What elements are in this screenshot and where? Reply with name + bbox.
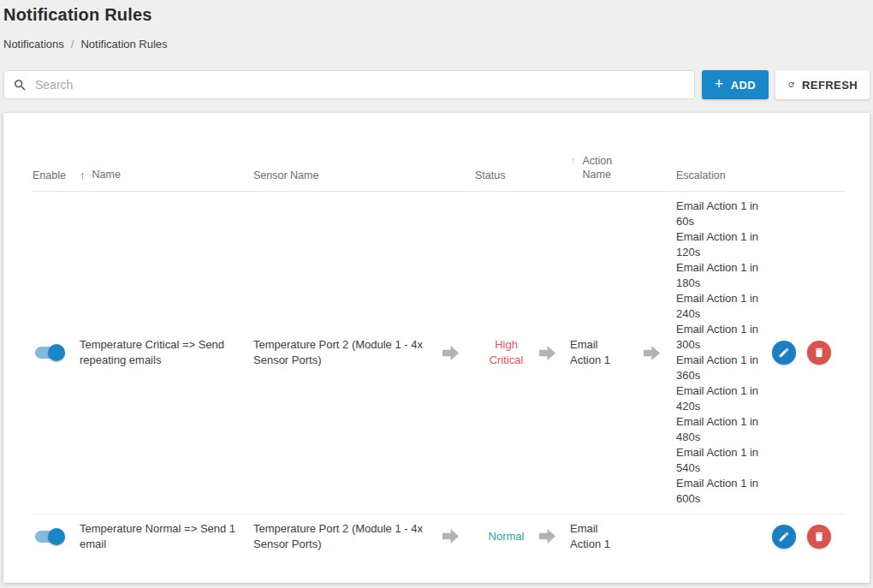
enable-cell	[33, 344, 80, 361]
sort-asc-icon: ↑	[80, 169, 86, 181]
edit-button[interactable]	[772, 341, 796, 365]
col-header-escalation: Escalation	[676, 169, 772, 181]
escalation-entry: Email Action 1 in 420s	[676, 383, 772, 414]
escalation-cell: Email Action 1 in 60s Email Action 1 in …	[676, 199, 772, 507]
sort-asc-icon-inactive: ↑	[570, 154, 576, 167]
rules-table-card: Enable ↑ Name Sensor Name Status ↑ Actio…	[3, 113, 870, 583]
pencil-icon	[778, 531, 790, 543]
status-cell: High Critical	[475, 337, 537, 368]
status-badge: High Critical	[481, 337, 532, 368]
flow-arrow-icon	[441, 528, 475, 544]
escalation-entry: Email Action 1 in 360s	[676, 353, 772, 383]
breadcrumb-notifications[interactable]: Notifications	[3, 38, 64, 50]
table-header-row: Enable ↑ Name Sensor Name Status ↑ Actio…	[33, 142, 846, 192]
table-row: Temperature Critical => Send repeating e…	[33, 192, 846, 514]
action-name-cell: Email Action 1	[570, 521, 642, 552]
enable-toggle[interactable]	[34, 344, 65, 361]
col-header-action-name[interactable]: ↑ Action Name	[570, 154, 642, 181]
escalation-entry: Email Action 1 in 480s	[676, 414, 772, 445]
search-input[interactable]	[35, 78, 686, 92]
refresh-icon	[787, 78, 795, 92]
refresh-button[interactable]: REFRESH	[775, 70, 870, 99]
escalation-entry: Email Action 1 in 240s	[676, 291, 772, 322]
rule-name: Temperature Critical => Send repeating e…	[80, 337, 253, 368]
col-header-action-name-label: Action Name	[583, 154, 626, 181]
flow-arrow-icon	[642, 345, 676, 361]
escalation-entry: Email Action 1 in 180s	[676, 260, 772, 291]
delete-button[interactable]	[807, 341, 831, 365]
search-icon	[13, 78, 27, 92]
action-name: Email Action 1	[570, 521, 625, 552]
escalation-entry: Email Action 1 in 600s	[676, 476, 772, 507]
pencil-icon	[778, 347, 790, 359]
table-row: Temperature Normal => Send 1 email Tempe…	[33, 514, 846, 559]
breadcrumb-separator: /	[71, 38, 74, 50]
enable-toggle[interactable]	[34, 528, 65, 545]
col-header-name-label: Name	[92, 169, 121, 181]
toggle-knob	[48, 528, 65, 545]
escalation-entry: Email Action 1 in 540s	[676, 445, 772, 476]
status-badge: Normal	[481, 529, 532, 544]
sensor-name: Temperature Port 2 (Module 1 - 4x Sensor…	[253, 521, 441, 552]
rule-name: Temperature Normal => Send 1 email	[80, 521, 253, 552]
col-header-name[interactable]: ↑ Name	[80, 169, 253, 181]
toolbar: + ADD REFRESH	[3, 70, 870, 99]
action-name-cell: Email Action 1	[570, 337, 642, 368]
row-actions	[772, 341, 846, 365]
flow-arrow-icon	[441, 345, 475, 361]
enable-cell	[33, 528, 80, 545]
escalation-entry: Email Action 1 in 120s	[676, 229, 772, 260]
page-title: Notification Rules	[3, 0, 870, 25]
delete-button[interactable]	[807, 525, 831, 549]
escalation-entry: Email Action 1 in 60s	[676, 199, 772, 229]
toggle-knob	[48, 344, 65, 361]
plus-icon: +	[715, 76, 724, 92]
row-actions	[772, 525, 846, 549]
search-box[interactable]	[3, 70, 695, 99]
action-name: Email Action 1	[570, 337, 625, 368]
notification-rules-page: Notification Rules Notifications / Notif…	[0, 0, 873, 583]
trash-icon	[813, 531, 825, 543]
flow-arrow-icon	[537, 345, 570, 361]
col-header-enable: Enable	[33, 169, 80, 181]
edit-button[interactable]	[772, 525, 796, 549]
breadcrumb-current: Notification Rules	[80, 38, 167, 50]
sensor-name: Temperature Port 2 (Module 1 - 4x Sensor…	[253, 337, 441, 368]
flow-arrow-icon	[537, 528, 570, 544]
refresh-button-label: REFRESH	[802, 79, 858, 92]
add-button[interactable]: + ADD	[702, 70, 769, 99]
breadcrumb: Notifications / Notification Rules	[3, 38, 870, 50]
col-header-status: Status	[475, 169, 537, 181]
status-cell: Normal	[475, 529, 537, 544]
add-button-label: ADD	[731, 79, 756, 92]
escalation-entry: Email Action 1 in 300s	[676, 322, 772, 353]
col-header-sensor-name: Sensor Name	[253, 169, 441, 181]
trash-icon	[813, 347, 825, 359]
